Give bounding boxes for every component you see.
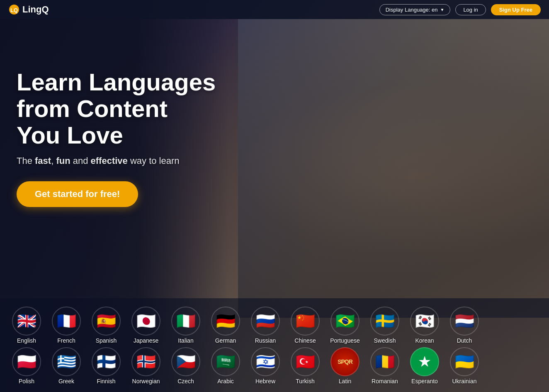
- display-language-label: Display Language: en: [386, 7, 438, 13]
- flag-swedish: 🇸🇪: [370, 307, 399, 336]
- lang-name-ukrainian: Ukrainian: [452, 378, 476, 385]
- cta-button[interactable]: Get started for free!: [17, 181, 138, 207]
- lang-item-czech[interactable]: 🇨🇿Czech: [168, 347, 204, 385]
- lang-name-korean: Korean: [415, 337, 434, 344]
- lang-item-romanian[interactable]: 🇷🇴Romanian: [367, 347, 403, 385]
- hero-title-line1: Learn Languages from Content: [17, 68, 216, 122]
- flag-english: 🇬🇧: [12, 307, 41, 336]
- svg-text:LQ: LQ: [10, 7, 18, 13]
- subtitle-fast: fast: [35, 156, 51, 166]
- lang-item-finnish[interactable]: 🇫🇮Finnish: [88, 347, 124, 385]
- flag-russian: 🇷🇺: [251, 307, 280, 336]
- subtitle-suffix: way to learn: [128, 156, 180, 166]
- lang-name-hebrew: Hebrew: [255, 378, 275, 385]
- flag-hebrew: 🇮🇱: [251, 347, 280, 376]
- subtitle-sep1: ,: [51, 156, 56, 166]
- lang-item-norwegian[interactable]: 🇳🇴Norwegian: [128, 347, 164, 385]
- lang-item-polish[interactable]: 🇵🇱Polish: [8, 347, 45, 385]
- lang-item-hebrew[interactable]: 🇮🇱Hebrew: [247, 347, 284, 385]
- flag-romanian: 🇷🇴: [370, 347, 399, 376]
- lang-name-czech: Czech: [177, 378, 194, 385]
- hero-text: Learn Languages from Content You Love Th…: [0, 19, 549, 207]
- lang-item-swedish[interactable]: 🇸🇪Swedish: [367, 307, 403, 344]
- lang-item-korean[interactable]: 🇰🇷Korean: [406, 307, 443, 344]
- languages-section: 🇬🇧English🇫🇷French🇪🇸Spanish🇯🇵Japanese🇮🇹It…: [0, 298, 549, 392]
- flag-japanese: 🇯🇵: [131, 307, 160, 336]
- hero-title: Learn Languages from Content You Love: [17, 69, 265, 148]
- lang-name-polish: Polish: [19, 378, 34, 385]
- lang-name-italian: Italian: [178, 337, 193, 344]
- lang-name-arabic: Arabic: [217, 378, 234, 385]
- flag-french: 🇫🇷: [52, 307, 81, 336]
- flag-italian: 🇮🇹: [171, 307, 200, 336]
- flag-finnish: 🇫🇮: [92, 347, 121, 376]
- flag-korean: 🇰🇷: [410, 307, 439, 336]
- lang-item-japanese[interactable]: 🇯🇵Japanese: [128, 307, 164, 344]
- lang-item-arabic[interactable]: 🇸🇦Arabic: [207, 347, 244, 385]
- lang-item-russian[interactable]: 🇷🇺Russian: [247, 307, 284, 344]
- lang-item-french[interactable]: 🇫🇷French: [48, 307, 85, 344]
- lang-name-portuguese: Portuguese: [330, 337, 360, 344]
- flag-esperanto: ★: [410, 347, 439, 376]
- lang-item-portuguese[interactable]: 🇧🇷Portuguese: [327, 307, 363, 344]
- lingq-logo-icon: LQ: [8, 4, 20, 15]
- flag-czech: 🇨🇿: [171, 347, 200, 376]
- lang-item-turkish[interactable]: 🇹🇷Turkish: [287, 347, 323, 385]
- hero-subtitle: The fast, fun and effective way to learn: [17, 156, 532, 166]
- signup-button[interactable]: Sign Up Free: [491, 4, 541, 15]
- lang-item-ukrainian[interactable]: 🇺🇦Ukrainian: [446, 347, 483, 385]
- flag-ukrainian: 🇺🇦: [450, 347, 479, 376]
- lang-item-italian[interactable]: 🇮🇹Italian: [168, 307, 204, 344]
- display-language-button[interactable]: Display Language: en ▼: [379, 4, 451, 15]
- flag-latin: SPQR: [330, 347, 360, 376]
- lang-item-greek[interactable]: 🇬🇷Greek: [48, 347, 85, 385]
- lang-item-german[interactable]: 🇩🇪German: [207, 307, 244, 344]
- lang-name-esperanto: Esperanto: [411, 378, 438, 385]
- flag-chinese: 🇨🇳: [291, 307, 320, 336]
- subtitle-sep2: and: [70, 156, 91, 166]
- lang-name-norwegian: Norwegian: [132, 378, 160, 385]
- chevron-down-icon: ▼: [440, 7, 444, 12]
- lang-name-chinese: Chinese: [294, 337, 316, 344]
- lang-name-japanese: Japanese: [134, 337, 159, 344]
- logo-text: LingQ: [22, 4, 49, 15]
- lang-name-russian: Russian: [255, 337, 276, 344]
- flag-dutch: 🇳🇱: [450, 307, 479, 336]
- flag-norwegian: 🇳🇴: [131, 347, 160, 376]
- logo[interactable]: LQ LingQ: [8, 4, 49, 15]
- lang-name-german: German: [215, 337, 236, 344]
- lang-name-finnish: Finnish: [97, 378, 115, 385]
- flag-turkish: 🇹🇷: [291, 347, 320, 376]
- navbar: LQ LingQ Display Language: en ▼ Log in S…: [0, 0, 549, 19]
- lang-name-swedish: Swedish: [374, 337, 396, 344]
- lang-name-spanish: Spanish: [96, 337, 117, 344]
- lang-name-latin: Latin: [339, 378, 351, 385]
- flag-german: 🇩🇪: [211, 307, 240, 336]
- lang-item-chinese[interactable]: 🇨🇳Chinese: [287, 307, 323, 344]
- lang-name-english: English: [17, 337, 36, 344]
- lang-item-dutch[interactable]: 🇳🇱Dutch: [446, 307, 483, 344]
- lang-name-romanian: Romanian: [372, 378, 398, 385]
- flag-polish: 🇵🇱: [12, 347, 41, 376]
- flag-greek: 🇬🇷: [52, 347, 81, 376]
- lang-name-french: French: [57, 337, 75, 344]
- lang-item-esperanto[interactable]: ★Esperanto: [406, 347, 443, 385]
- flag-arabic: 🇸🇦: [211, 347, 240, 376]
- flag-spanish: 🇪🇸: [92, 307, 121, 336]
- flag-portuguese: 🇧🇷: [330, 307, 360, 336]
- subtitle-prefix: The: [17, 156, 35, 166]
- lang-item-english[interactable]: 🇬🇧English: [8, 307, 45, 344]
- languages-row-1: 🇬🇧English🇫🇷French🇪🇸Spanish🇯🇵Japanese🇮🇹It…: [8, 307, 541, 344]
- subtitle-effective: effective: [91, 156, 128, 166]
- lang-name-dutch: Dutch: [457, 337, 472, 344]
- subtitle-fun: fun: [56, 156, 70, 166]
- lang-item-latin[interactable]: SPQRLatin: [327, 347, 363, 385]
- lang-item-spanish[interactable]: 🇪🇸Spanish: [88, 307, 124, 344]
- hero-title-line2: You Love: [17, 122, 123, 149]
- languages-row-2: 🇵🇱Polish🇬🇷Greek🇫🇮Finnish🇳🇴Norwegian🇨🇿Cze…: [8, 347, 541, 385]
- lang-name-turkish: Turkish: [296, 378, 314, 385]
- lang-name-greek: Greek: [58, 378, 74, 385]
- nav-right: Display Language: en ▼ Log in Sign Up Fr…: [379, 4, 541, 15]
- login-button[interactable]: Log in: [455, 4, 486, 15]
